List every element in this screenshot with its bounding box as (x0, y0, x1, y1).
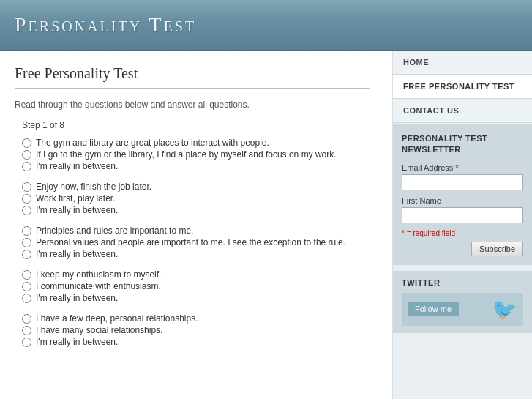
nav-item-contact-us[interactable]: CONTACT US (393, 99, 532, 123)
question-option[interactable]: Personal values and people are important… (22, 237, 370, 247)
radio-button[interactable] (22, 282, 31, 291)
header: Personality Test (0, 0, 532, 51)
option-label: I'm really in between. (36, 249, 118, 259)
radio-button[interactable] (22, 150, 31, 160)
nav-items-container: HOMEFREE PERSONALITY TESTCONTACT US (393, 51, 532, 123)
question-option[interactable]: I communicate with enthusiasm. (22, 281, 370, 291)
question-group-5: I have a few deep, personal relationship… (22, 313, 370, 347)
question-option[interactable]: I'm really in between. (22, 161, 370, 171)
radio-button[interactable] (22, 270, 31, 280)
twitter-content: TWITTER Follow me 🐦 (402, 278, 523, 326)
newsletter-title: PERSONALITY TEST NEWSLETTER (402, 133, 523, 156)
option-label: I'm really in between. (36, 205, 118, 215)
question-option[interactable]: I'm really in between. (22, 205, 370, 215)
question-group-1: The gym and library are great places to … (22, 138, 370, 171)
question-group-2: Enjoy now, finish the job later.Work fir… (22, 182, 370, 215)
firstname-label: First Name (402, 196, 523, 205)
question-option[interactable]: Principles and rules are important to me… (22, 225, 370, 236)
option-label: I communicate with enthusiasm. (36, 281, 161, 291)
radio-button[interactable] (22, 182, 31, 192)
subscribe-button[interactable]: Subscribe (471, 242, 523, 256)
newsletter-section: PERSONALITY TEST NEWSLETTER Email Addres… (393, 124, 532, 265)
option-label: The gym and library are great places to … (36, 138, 269, 148)
step-label: Step 1 of 8 (22, 120, 370, 130)
radio-button[interactable] (22, 194, 31, 204)
follow-me-button[interactable]: Follow me (408, 302, 459, 316)
option-label: I keep my enthusiasm to myself. (36, 269, 161, 280)
radio-button[interactable] (22, 206, 31, 215)
question-option[interactable]: I keep my enthusiasm to myself. (22, 269, 370, 280)
question-option[interactable]: The gym and library are great places to … (22, 138, 370, 148)
page-wrapper: Personality Test Free Personality Test R… (0, 0, 532, 399)
questions-container: The gym and library are great places to … (15, 138, 370, 347)
nav-item-free-personality-test[interactable]: FREE PERSONALITY TEST (393, 75, 532, 99)
content-title: Free Personality Test (15, 65, 370, 82)
content-area: Free Personality Test Read through the q… (0, 51, 393, 399)
twitter-bird-icon: 🐦 (492, 297, 517, 321)
option-label: I'm really in between. (36, 161, 118, 171)
question-option[interactable]: I'm really in between. (22, 293, 370, 303)
question-option[interactable]: I have many social relationships. (22, 325, 370, 335)
radio-button[interactable] (22, 250, 31, 259)
navigation: HOMEFREE PERSONALITY TESTCONTACT US (393, 51, 532, 123)
option-label: I have many social relationships. (36, 325, 162, 335)
title-divider (15, 88, 370, 89)
option-label: I'm really in between. (36, 293, 118, 303)
radio-button[interactable] (22, 162, 31, 171)
question-option[interactable]: I'm really in between. (22, 249, 370, 259)
twitter-section: TWITTER Follow me 🐦 (393, 271, 532, 333)
nav-item-home[interactable]: HOME (393, 51, 532, 75)
page-title: Personality Test (15, 13, 517, 37)
radio-button[interactable] (22, 338, 31, 347)
main-layout: Free Personality Test Read through the q… (0, 51, 532, 399)
option-label: Work first, play later. (36, 193, 115, 204)
question-option[interactable]: Enjoy now, finish the job later. (22, 182, 370, 192)
twitter-inner: Follow me 🐦 (402, 293, 523, 326)
question-group-3: Principles and rules are important to me… (22, 225, 370, 259)
radio-button[interactable] (22, 294, 31, 303)
option-label: Personal values and people are important… (36, 237, 345, 247)
email-label: Email Address * (402, 163, 523, 172)
question-group-4: I keep my enthusiasm to myself.I communi… (22, 269, 370, 303)
radio-button[interactable] (22, 138, 31, 148)
sidebar: HOMEFREE PERSONALITY TESTCONTACT US PERS… (393, 51, 532, 399)
question-option[interactable]: If I go to the gym or the library, I fin… (22, 149, 370, 160)
required-note: * = required field (402, 229, 523, 237)
email-input[interactable] (402, 174, 523, 190)
option-label: If I go to the gym or the library, I fin… (36, 149, 337, 160)
radio-button[interactable] (22, 326, 31, 335)
radio-button[interactable] (22, 238, 31, 247)
radio-button[interactable] (22, 314, 31, 324)
twitter-title: TWITTER (402, 278, 523, 287)
option-label: Enjoy now, finish the job later. (36, 182, 151, 192)
question-option[interactable]: I'm really in between. (22, 337, 370, 347)
intro-text: Read through the questions below and ans… (15, 100, 370, 110)
option-label: Principles and rules are important to me… (36, 225, 193, 236)
radio-button[interactable] (22, 226, 31, 236)
question-option[interactable]: Work first, play later. (22, 193, 370, 204)
question-option[interactable]: I have a few deep, personal relationship… (22, 313, 370, 324)
firstname-input[interactable] (402, 207, 523, 223)
option-label: I have a few deep, personal relationship… (36, 313, 198, 324)
option-label: I'm really in between. (36, 337, 118, 347)
